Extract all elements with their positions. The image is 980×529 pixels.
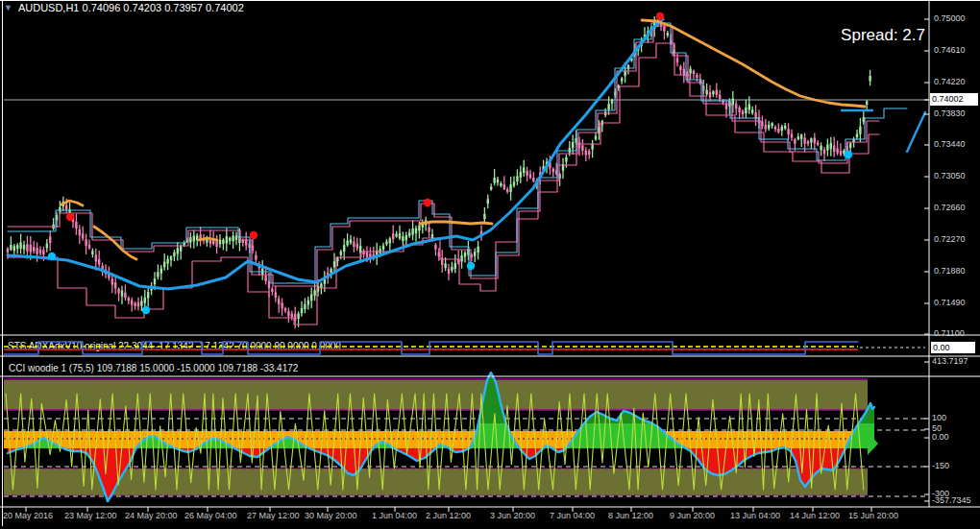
price-axis-label: 0.72270: [934, 234, 966, 244]
channel-pink-lower: [8, 43, 879, 325]
chart-title-bar: ▼ AUDUSD,H1 0.74096 0.74203 0.73957 0.74…: [4, 2, 244, 13]
step-line-lightblue: [8, 23, 907, 283]
time-axis-label: 26 May 04:00: [184, 511, 237, 520]
time-axis-label: 27 May 12:00: [247, 511, 300, 520]
price-axis-label: 0.73830: [934, 108, 966, 118]
sts-blue-step-line: [4, 342, 858, 354]
time-axis-label: 9 Jun 20:00: [670, 511, 715, 520]
time-axis-label: 7 Jun 04:00: [550, 511, 595, 520]
price-axis-label: 0.73050: [934, 171, 966, 180]
channel-pink-upper: [8, 26, 879, 286]
price-axis-label: 0.74610: [934, 45, 966, 55]
cci-axis-label: 413.7197: [932, 356, 968, 366]
cci-olive-band-upper: [4, 380, 868, 410]
price-axis-label: 0.72660: [934, 203, 966, 212]
price-axis-label: 0.73440: [934, 139, 966, 149]
time-axis-label: 23 May 12:00: [64, 511, 117, 520]
time-axis-label: 15 Jun 20:00: [848, 511, 898, 520]
time-axis-label: 3 Jun 20:00: [490, 511, 535, 520]
chart-title: AUDUSD,H1 0.74096 0.74203 0.73957 0.7400…: [18, 2, 244, 13]
cci-axis-label: -150: [932, 461, 949, 470]
cci-olive-band-lower: [4, 469, 868, 495]
cci-axis-label: -357.7345: [932, 495, 971, 505]
price-axis-label: 0.74220: [934, 77, 966, 86]
spread-label: Spread: 2.7: [841, 26, 925, 45]
price-axis-label: 0.71100: [934, 328, 965, 338]
cci-axis-label: 0.00: [932, 432, 949, 442]
cci-axis-label: 100: [932, 413, 946, 422]
time-axis-label: 30 May 20:00: [305, 511, 357, 520]
chart-menu-triangle-icon[interactable]: ▼: [4, 2, 12, 13]
time-axis-label: 1 Jun 04:00: [372, 511, 417, 520]
current-price-badge: 0.74002: [930, 93, 978, 106]
cci-indicator-label: CCI woodie 1 (75,5) 109.7188 15.0000 -15…: [9, 363, 298, 373]
price-axis-label: 0.71880: [934, 266, 966, 276]
time-axis-label: 24 May 20:00: [125, 511, 178, 520]
time-axis-label: 13 Jun 04:00: [730, 511, 780, 520]
time-axis-label: 14 Jun 12:00: [790, 511, 840, 520]
time-axis-label: 8 Jun 12:00: [608, 511, 653, 520]
price-axis-label: 0.71490: [934, 298, 966, 307]
time-axis-label: 2 Jun 12:00: [426, 511, 471, 520]
ma-line-orange: [61, 20, 865, 259]
chart-canvas[interactable]: [0, 0, 980, 529]
sts-value-badge: 0.00: [931, 342, 975, 353]
price-axis-label: 0.75000: [934, 13, 966, 23]
chart-window: ▼ AUDUSD,H1 0.74096 0.74203 0.73957 0.74…: [0, 0, 980, 529]
time-axis-label: 20 May 2016: [3, 511, 53, 520]
